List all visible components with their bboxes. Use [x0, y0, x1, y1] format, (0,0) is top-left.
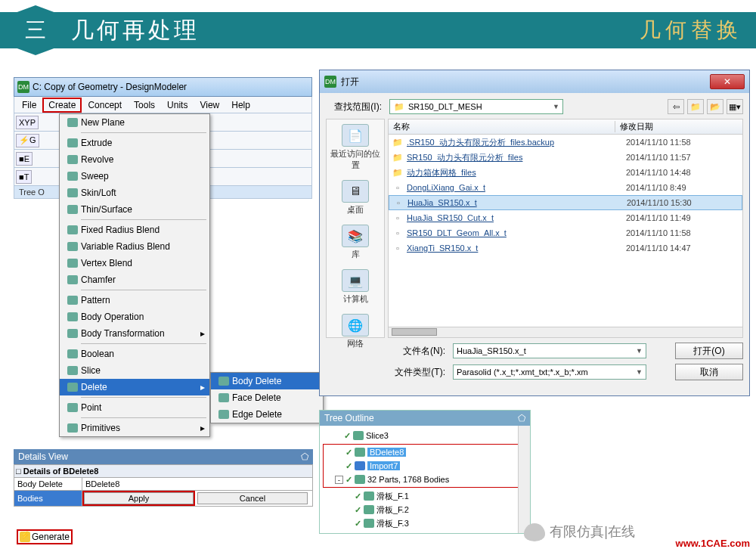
- menu-create[interactable]: Create: [42, 98, 82, 113]
- menu-item-revolve[interactable]: Revolve: [60, 151, 209, 168]
- file-list-item[interactable]: 📁SR150_动力头有限元分析_files2014/11/10 11:57: [389, 150, 742, 165]
- places-item[interactable]: 🌐网络: [340, 309, 370, 354]
- toolbar-extrude[interactable]: ■E: [16, 152, 33, 166]
- toolbar-thin[interactable]: ■T: [16, 170, 32, 184]
- tree-node[interactable]: ✓Import7: [324, 459, 525, 473]
- menu-item-fixed-radius-blend[interactable]: Fixed Radius Blend: [60, 222, 209, 238]
- menu-item-point[interactable]: Point: [60, 399, 209, 416]
- menu-item-pattern[interactable]: Pattern: [60, 292, 209, 309]
- file-list-item[interactable]: ▫SR150_DLT_Geom_All.x_t2014/11/10 11:58: [389, 225, 742, 240]
- check-icon: ✓: [355, 505, 361, 515]
- place-icon: 🖥: [342, 180, 369, 203]
- details-view-header[interactable]: Details View⬠: [14, 449, 313, 464]
- place-icon: 📄: [342, 124, 369, 147]
- menu-item-new-plane[interactable]: New Plane: [60, 114, 209, 131]
- filename-input[interactable]: HuaJia_SR150.x_t▼: [453, 343, 646, 358]
- file-list-item[interactable]: 📁动力箱体网格_files2014/11/10 14:48: [389, 165, 742, 180]
- details-table: □ Details of BDelete8 Body Delete BDelet…: [14, 464, 313, 507]
- menu-item-boolean[interactable]: Boolean: [60, 346, 209, 362]
- submenu-item-body-delete[interactable]: Body Delete: [211, 373, 323, 389]
- newfolder-button[interactable]: 📂: [707, 99, 723, 114]
- file-list-item[interactable]: ▫DongLiXiang_Gai.x_t2014/11/10 8:49: [389, 180, 742, 195]
- menu-item-delete[interactable]: Delete▸: [60, 379, 209, 395]
- vertical-scrollbar[interactable]: [518, 426, 530, 533]
- pin-icon[interactable]: ⬠: [518, 413, 525, 423]
- close-button[interactable]: ✕: [710, 74, 745, 89]
- places-item[interactable]: 📄最近访问的位置: [327, 119, 384, 175]
- check-icon: ✓: [355, 492, 361, 501]
- toolbar-xyplane[interactable]: XYP: [16, 116, 39, 129]
- filename-label: 文件名(N):: [391, 345, 450, 358]
- tree-node[interactable]: ✓滑板_F.1: [323, 489, 527, 503]
- dm-titlebar[interactable]: DM C: Copy of Geometry - DesignModeler: [14, 77, 312, 97]
- apply-button[interactable]: Apply: [84, 492, 194, 504]
- menu-item-skin-loft[interactable]: Skin/Loft: [60, 185, 209, 201]
- tree-outline-header[interactable]: Tree Outline⬠: [320, 411, 530, 426]
- view-button[interactable]: ▦▾: [727, 99, 743, 114]
- menu-item-chamfer[interactable]: Chamfer: [60, 271, 209, 288]
- detail-row-label: Body Delete: [14, 478, 82, 491]
- lookin-combo[interactable]: 📁 SR150_DLT_MESH ▼: [389, 99, 563, 114]
- menu-tools[interactable]: Tools: [128, 98, 161, 112]
- submenu-item-face-delete[interactable]: Face Delete: [211, 389, 323, 406]
- dialog-cancel-button[interactable]: 取消: [675, 364, 743, 380]
- places-bar: 📄最近访问的位置🖥桌面📚库💻计算机🌐网络: [326, 119, 385, 338]
- file-icon: ▫: [392, 212, 404, 223]
- submenu-item-edge-delete[interactable]: Edge Delete: [211, 406, 323, 423]
- col-name[interactable]: 名称: [389, 121, 615, 132]
- feature-icon: [67, 403, 78, 412]
- places-item[interactable]: 💻计算机: [340, 265, 370, 309]
- menu-item-extrude[interactable]: Extrude: [60, 135, 209, 151]
- file-list-item[interactable]: ▫HuaJia_SR150.x_t2014/11/10 15:30: [389, 195, 742, 210]
- feature-icon: [67, 188, 78, 197]
- file-open-dialog: DM 打开 ✕ 查找范围(I): 📁 SR150_DLT_MESH ▼ ⇦ 📁 …: [319, 70, 750, 396]
- tree-node[interactable]: ✓滑板_F.2: [323, 503, 527, 516]
- file-list-item[interactable]: ▫XiangTi_SR150.x_t2014/11/10 14:47: [389, 240, 742, 256]
- horizontal-scrollbar[interactable]: [389, 327, 742, 337]
- file-icon: ▫: [392, 182, 404, 193]
- lookin-label: 查找范围(I):: [326, 101, 386, 113]
- back-button[interactable]: ⇦: [668, 99, 684, 114]
- toolbar-generate[interactable]: ⚡G: [16, 134, 39, 147]
- cancel-button[interactable]: Cancel: [197, 492, 308, 504]
- places-item[interactable]: 🖥桌面: [340, 175, 370, 220]
- file-list-header[interactable]: 名称 修改日期: [389, 119, 742, 135]
- open-button[interactable]: 打开(O): [675, 343, 743, 359]
- menu-item-body-transformation[interactable]: Body Transformation▸: [60, 325, 209, 342]
- menu-item-body-operation[interactable]: Body Operation: [60, 309, 209, 325]
- generate-button[interactable]: Generate: [17, 529, 73, 544]
- pin-icon[interactable]: ⬠: [301, 451, 308, 462]
- menu-help[interactable]: Help: [225, 98, 256, 112]
- up-button[interactable]: 📁: [687, 99, 704, 114]
- tree-node[interactable]: -✓32 Parts, 1768 Bodies: [324, 473, 525, 486]
- menu-file[interactable]: File: [16, 98, 42, 112]
- menu-item-slice[interactable]: Slice: [60, 362, 209, 379]
- menu-item-vertex-blend[interactable]: Vertex Blend: [60, 255, 209, 271]
- filetype-combo[interactable]: Parasolid (*.x_t;*.xmt_txt;*.x_b;*.xm▼: [453, 364, 646, 380]
- places-item[interactable]: 📚库: [340, 220, 370, 265]
- node-icon: [355, 475, 365, 484]
- menu-item-sweep[interactable]: Sweep: [60, 168, 209, 185]
- file-list-item[interactable]: ▫HuaJia_SR150_Cut.x_t2014/11/10 11:49: [389, 210, 742, 225]
- feature-icon: [67, 329, 78, 338]
- check-icon: ✓: [345, 448, 352, 457]
- col-date[interactable]: 修改日期: [615, 121, 742, 132]
- details-view: Details View⬠ □ Details of BDelete8 Body…: [14, 449, 313, 507]
- tree-node[interactable]: ✓Slice3: [323, 429, 527, 442]
- file-list-item[interactable]: 📁.SR150_动力头有限元分析_files.backup2014/11/10 …: [389, 135, 742, 150]
- menu-item-thin-surface[interactable]: Thin/Surface: [60, 201, 209, 218]
- check-icon: ✓: [345, 461, 352, 471]
- detail-row-value: BDelete8: [82, 478, 313, 491]
- file-dialog-titlebar[interactable]: DM 打开 ✕: [320, 70, 749, 93]
- menu-units[interactable]: Units: [161, 98, 194, 112]
- menu-view[interactable]: View: [194, 98, 225, 112]
- tree-node[interactable]: ✓BDelete8: [324, 445, 525, 459]
- tree-node[interactable]: ✓滑板_F.3: [323, 516, 527, 530]
- dm-title-text: C: Copy of Geometry - DesignModeler: [33, 82, 187, 92]
- wechat-icon: [524, 523, 545, 541]
- expand-toggle[interactable]: -: [335, 476, 343, 484]
- file-icon: ▫: [392, 243, 404, 253]
- menu-item-primitives[interactable]: Primitives▸: [60, 420, 209, 436]
- menu-concept[interactable]: Concept: [82, 98, 128, 112]
- menu-item-variable-radius-blend[interactable]: Variable Radius Blend: [60, 238, 209, 255]
